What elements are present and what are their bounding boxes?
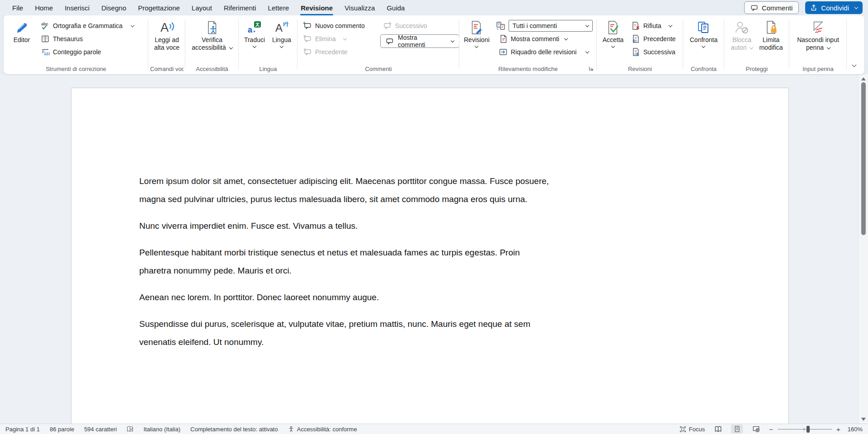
share-button[interactable]: Condividi bbox=[805, 1, 863, 14]
chevron-down-icon bbox=[611, 44, 615, 48]
next-comment-label: Successivo bbox=[395, 22, 427, 29]
zoom-slider-handle[interactable] bbox=[807, 426, 810, 433]
zoom-out-button[interactable]: − bbox=[769, 426, 773, 433]
paragraph[interactable]: Lorem ipsum dolor sit amet, consectetuer… bbox=[139, 172, 734, 208]
page-indicator[interactable]: Pagina 1 di 1 bbox=[5, 426, 40, 433]
new-comment-button[interactable]: Nuovo commento bbox=[299, 19, 379, 32]
track-changes-button[interactable]: Revisioni bbox=[462, 18, 491, 48]
web-layout-button[interactable] bbox=[750, 425, 762, 434]
restrict-editing-button[interactable]: Limita modifica bbox=[757, 18, 784, 52]
chevron-down-icon bbox=[280, 44, 283, 48]
paragraph[interactable]: Suspendisse dui purus, scelerisque at, v… bbox=[139, 315, 734, 351]
hide-ink-button[interactable]: Nascondi input penna bbox=[795, 18, 841, 52]
chevron-down-icon bbox=[852, 63, 856, 67]
scrollbar-thumb[interactable] bbox=[861, 82, 866, 235]
tab-progettazione[interactable]: Progettazione bbox=[132, 0, 186, 15]
accept-button[interactable]: Accetta bbox=[600, 18, 626, 48]
tab-inserisci[interactable]: Inserisci bbox=[59, 0, 95, 15]
word-count-button[interactable]: 123 Conteggio parole bbox=[37, 45, 137, 58]
group-label: Accessibilità bbox=[187, 66, 237, 72]
chevron-down-icon bbox=[451, 39, 454, 42]
accessibility-status[interactable]: Accessibilità: conforme bbox=[288, 426, 357, 433]
zoom-slider[interactable]: − + bbox=[769, 426, 840, 433]
comments-button[interactable]: Commenti bbox=[744, 1, 799, 14]
delete-comment-button[interactable]: Elimina bbox=[299, 32, 379, 45]
zoom-slider-center-tick bbox=[804, 428, 804, 431]
show-comments-label: Mostra commenti bbox=[398, 34, 444, 48]
language-icon: A bbox=[274, 19, 289, 36]
delete-comment-label: Elimina bbox=[315, 35, 336, 42]
document-page[interactable]: Lorem ipsum dolor sit amet, consectetuer… bbox=[71, 88, 789, 424]
translate-button[interactable]: a Traduci bbox=[242, 18, 267, 48]
track-changes-label: Revisioni bbox=[464, 36, 490, 44]
editor-button[interactable]: Editor bbox=[9, 18, 34, 45]
tab-lettere[interactable]: Lettere bbox=[262, 0, 295, 15]
check-accessibility-button[interactable]: Verifica accessibilità bbox=[190, 18, 234, 52]
compare-button[interactable]: Confronta bbox=[688, 18, 719, 48]
tab-layout[interactable]: Layout bbox=[186, 0, 218, 15]
tab-disegno[interactable]: Disegno bbox=[95, 0, 132, 15]
compare-icon bbox=[696, 19, 711, 36]
group-confronta: Confronta Confronta bbox=[683, 15, 724, 74]
proofing-status-button[interactable] bbox=[127, 425, 133, 433]
next-change-label: Successiva bbox=[643, 48, 675, 56]
reviewing-pane-button[interactable]: Riquadro delle revisioni bbox=[495, 45, 594, 58]
web-layout-icon bbox=[752, 425, 760, 433]
scroll-up-button[interactable] bbox=[859, 75, 868, 82]
focus-mode-button[interactable]: Focus bbox=[679, 426, 705, 433]
svg-text:abc: abc bbox=[41, 21, 48, 26]
zoom-level[interactable]: 160% bbox=[848, 426, 863, 433]
show-markup-button[interactable]: Mostra commenti bbox=[495, 32, 594, 45]
char-count-status[interactable]: 594 caratteri bbox=[84, 426, 117, 433]
tab-guida[interactable]: Guida bbox=[381, 0, 410, 15]
vertical-scrollbar[interactable] bbox=[858, 74, 868, 424]
previous-change-button[interactable]: Precedente bbox=[627, 32, 679, 45]
tab-file[interactable]: File bbox=[6, 0, 29, 15]
translate-label: Traduci bbox=[244, 36, 265, 44]
block-authors-button[interactable]: Blocca autori bbox=[729, 18, 755, 52]
spelling-grammar-button[interactable]: abc Ortografia e Grammatica bbox=[37, 19, 137, 32]
read-aloud-button[interactable]: A Leggi ad alta voce bbox=[152, 18, 181, 52]
group-label: Revisioni bbox=[599, 66, 681, 72]
hide-ink-label-1: Nascondi input bbox=[797, 36, 839, 44]
chevron-down-icon bbox=[475, 44, 478, 48]
restrict-edit-icon bbox=[764, 19, 779, 36]
display-for-review-combobox[interactable]: Tutti i commenti bbox=[509, 20, 593, 32]
next-comment-button[interactable]: Successivo bbox=[379, 19, 459, 32]
chevron-down-icon bbox=[585, 23, 589, 27]
accessibility-person-icon bbox=[288, 426, 294, 433]
paragraph[interactable]: Pellentesque habitant morbi tristique se… bbox=[139, 244, 734, 280]
zoom-slider-track[interactable] bbox=[778, 429, 832, 429]
chevron-down-icon bbox=[827, 45, 830, 49]
restrict-editing-label-2: modifica bbox=[759, 44, 783, 52]
share-button-label: Condividi bbox=[821, 4, 849, 12]
tab-riferimenti[interactable]: Riferimenti bbox=[218, 0, 262, 15]
tab-revisione[interactable]: Revisione bbox=[295, 0, 339, 15]
language-status[interactable]: Italiano (Italia) bbox=[143, 426, 180, 433]
reject-label: Rifiuta bbox=[643, 22, 661, 29]
scroll-down-button[interactable] bbox=[859, 415, 868, 423]
thesaurus-button[interactable]: Thesaurus bbox=[37, 32, 137, 45]
document-text[interactable]: Lorem ipsum dolor sit amet, consectetuer… bbox=[71, 88, 788, 351]
chevron-down-icon bbox=[343, 36, 347, 40]
chevron-down-icon bbox=[253, 44, 256, 48]
read-mode-button[interactable] bbox=[712, 425, 724, 434]
show-comments-toggle[interactable]: Mostra commenti bbox=[380, 34, 459, 48]
print-layout-button[interactable] bbox=[731, 425, 743, 434]
zoom-in-button[interactable]: + bbox=[836, 426, 840, 433]
reviewing-pane-label: Riquadro delle revisioni bbox=[511, 48, 577, 56]
chevron-down-icon bbox=[668, 23, 672, 27]
text-completion-status[interactable]: Completamento del testo: attivato bbox=[190, 426, 278, 433]
language-button[interactable]: A Lingua bbox=[269, 18, 294, 48]
reject-button[interactable]: Rifiuta bbox=[627, 19, 679, 32]
collapse-ribbon-button[interactable] bbox=[849, 61, 859, 71]
paragraph[interactable]: Aenean nec lorem. In porttitor. Donec la… bbox=[139, 288, 734, 307]
word-count-status[interactable]: 86 parole bbox=[50, 426, 74, 433]
previous-comment-button[interactable]: Precedente bbox=[299, 45, 379, 58]
previous-change-label: Precedente bbox=[643, 35, 676, 42]
tab-visualizza[interactable]: Visualizza bbox=[339, 0, 381, 15]
next-change-button[interactable]: Successiva bbox=[627, 45, 679, 58]
tab-home[interactable]: Home bbox=[29, 0, 59, 15]
paragraph[interactable]: Nunc viverra imperdiet enim. Fusce est. … bbox=[139, 217, 734, 235]
group-rilevamento-modifiche: Revisioni Tutti i commenti bbox=[459, 15, 597, 74]
